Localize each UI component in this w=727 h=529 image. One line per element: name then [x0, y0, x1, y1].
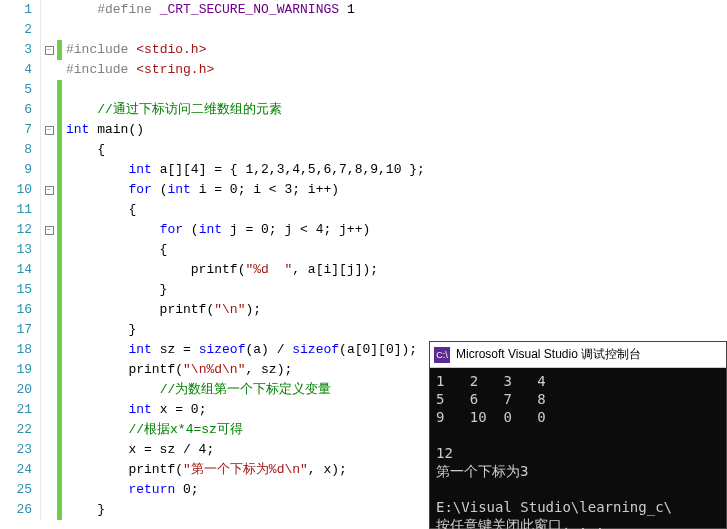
fold-toggle[interactable]: −	[45, 226, 54, 235]
fold-cell	[41, 360, 57, 380]
code-line[interactable]: {	[62, 140, 727, 160]
fold-cell	[41, 260, 57, 280]
code-line[interactable]: #define _CRT_SECURE_NO_WARNINGS 1	[62, 0, 727, 20]
code-line[interactable]	[62, 20, 727, 40]
fold-cell	[41, 380, 57, 400]
line-number: 4	[0, 60, 40, 80]
fold-cell	[41, 300, 57, 320]
fold-cell: −	[41, 220, 57, 240]
line-number: 16	[0, 300, 40, 320]
fold-cell	[41, 400, 57, 420]
line-number: 12	[0, 220, 40, 240]
code-line[interactable]: int main()	[62, 120, 727, 140]
fold-cell	[41, 440, 57, 460]
fold-cell	[41, 80, 57, 100]
line-number: 11	[0, 200, 40, 220]
fold-cell: −	[41, 180, 57, 200]
fold-toggle[interactable]: −	[45, 186, 54, 195]
line-number: 7	[0, 120, 40, 140]
line-number: 2	[0, 20, 40, 40]
fold-cell	[41, 0, 57, 20]
line-number: 23	[0, 440, 40, 460]
line-number: 21	[0, 400, 40, 420]
code-line[interactable]: {	[62, 200, 727, 220]
line-number-gutter: 1234567891011121314151617181920212223242…	[0, 0, 41, 520]
fold-cell	[41, 460, 57, 480]
line-number: 5	[0, 80, 40, 100]
line-number: 3	[0, 40, 40, 60]
fold-cell	[41, 200, 57, 220]
code-line[interactable]: int a[][4] = { 1,2,3,4,5,6,7,8,9,10 };	[62, 160, 727, 180]
fold-column[interactable]: −−−−	[41, 0, 57, 520]
line-number: 24	[0, 460, 40, 480]
code-line[interactable]	[62, 80, 727, 100]
fold-cell	[41, 100, 57, 120]
code-line[interactable]: printf("\n");	[62, 300, 727, 320]
code-line[interactable]: #include <string.h>	[62, 60, 727, 80]
fold-cell	[41, 20, 57, 40]
fold-cell	[41, 140, 57, 160]
line-number: 13	[0, 240, 40, 260]
line-number: 1	[0, 0, 40, 20]
debug-console-window[interactable]: C:\ Microsoft Visual Studio 调试控制台 1 2 3 …	[429, 341, 727, 529]
fold-cell	[41, 340, 57, 360]
code-line[interactable]: for (int i = 0; i < 3; i++)	[62, 180, 727, 200]
line-number: 19	[0, 360, 40, 380]
fold-cell	[41, 160, 57, 180]
fold-cell: −	[41, 120, 57, 140]
fold-cell: −	[41, 40, 57, 60]
code-line[interactable]: #include <stdio.h>	[62, 40, 727, 60]
line-number: 22	[0, 420, 40, 440]
code-line[interactable]: for (int j = 0; j < 4; j++)	[62, 220, 727, 240]
fold-cell	[41, 500, 57, 520]
line-number: 9	[0, 160, 40, 180]
fold-toggle[interactable]: −	[45, 126, 54, 135]
code-line[interactable]: printf("%d ", a[i][j]);	[62, 260, 727, 280]
code-line[interactable]: //通过下标访问二维数组的元素	[62, 100, 727, 120]
console-icon: C:\	[434, 347, 450, 363]
console-output[interactable]: 1 2 3 4 5 6 7 8 9 10 0 0 12 第一个下标为3 E:\V…	[430, 368, 726, 529]
line-number: 25	[0, 480, 40, 500]
line-number: 6	[0, 100, 40, 120]
line-number: 8	[0, 140, 40, 160]
fold-cell	[41, 280, 57, 300]
line-number: 20	[0, 380, 40, 400]
fold-toggle[interactable]: −	[45, 46, 54, 55]
line-number: 10	[0, 180, 40, 200]
code-line[interactable]: {	[62, 240, 727, 260]
console-title-text: Microsoft Visual Studio 调试控制台	[456, 346, 641, 363]
fold-cell	[41, 480, 57, 500]
fold-cell	[41, 240, 57, 260]
line-number: 26	[0, 500, 40, 520]
fold-cell	[41, 60, 57, 80]
line-number: 15	[0, 280, 40, 300]
line-number: 18	[0, 340, 40, 360]
code-line[interactable]: }	[62, 280, 727, 300]
fold-cell	[41, 420, 57, 440]
line-number: 17	[0, 320, 40, 340]
code-line[interactable]: }	[62, 320, 727, 340]
line-number: 14	[0, 260, 40, 280]
fold-cell	[41, 320, 57, 340]
console-titlebar[interactable]: C:\ Microsoft Visual Studio 调试控制台	[430, 342, 726, 368]
